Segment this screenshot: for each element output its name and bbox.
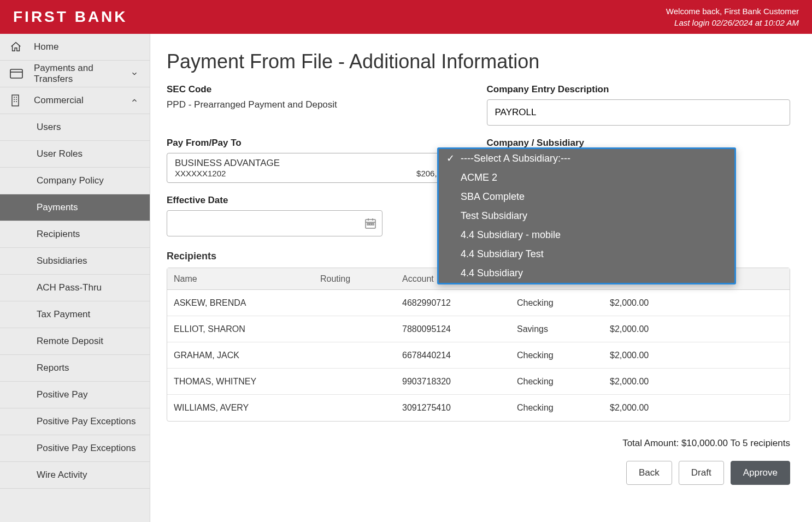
nav-commercial[interactable]: Commercial xyxy=(0,87,150,114)
cell-account: 9903718320 xyxy=(402,377,517,387)
svg-rect-2 xyxy=(12,95,19,106)
subsidiary-option[interactable]: ACME 2 xyxy=(439,168,734,187)
subsidiary-option[interactable]: ----Select A Subsidiary:--- xyxy=(439,149,734,168)
cell-name: WILLIAMS, AVERY xyxy=(167,403,320,413)
last-login-text: Last login 02/26/2024 at 10:02 AM xyxy=(666,17,799,28)
subsidiary-option[interactable]: 4.4 Subsidiary Test xyxy=(439,245,734,264)
table-row: ELLIOT, SHARON7880095124Savings$2,000.00 xyxy=(167,316,790,342)
table-row: THOMAS, WHITNEY9903718320Checking$2,000.… xyxy=(167,369,790,395)
sec-code-value: PPD - Prearranged Payment and Deposit xyxy=(167,99,470,110)
cell-amount: $2,000.00 xyxy=(610,403,670,413)
sidebar-item-payments[interactable]: Payments xyxy=(0,194,150,221)
sidebar-item-positive-pay-exceptions-2[interactable]: Positive Pay Exceptions xyxy=(0,435,150,462)
welcome-block: Welcome back, First Bank Customer Last l… xyxy=(666,5,799,28)
company-entry-desc-input[interactable] xyxy=(487,99,791,126)
sidebar-item-ach-passthru[interactable]: ACH Pass-Thru xyxy=(0,275,150,301)
subsidiary-dropdown[interactable]: ----Select A Subsidiary:---ACME 2SBA Com… xyxy=(437,147,736,284)
subsidiary-option[interactable]: 4.4 Subsidiary xyxy=(439,264,734,283)
nav-home-label: Home xyxy=(26,41,140,52)
svg-rect-13 xyxy=(367,223,369,225)
draft-button[interactable]: Draft xyxy=(679,461,724,485)
sec-code-label: SEC Code xyxy=(167,84,470,95)
sidebar-item-reports[interactable]: Reports xyxy=(0,355,150,382)
table-row: ASKEW, BRENDA4682990712Checking$2,000.00 xyxy=(167,290,790,316)
cell-account: 4682990712 xyxy=(402,298,517,308)
sidebar-item-remote-deposit[interactable]: Remote Deposit xyxy=(0,328,150,355)
total-amount-text: Total Amount: $10,000.00 To 5 recipients xyxy=(167,438,790,449)
pay-from-account-selector[interactable]: BUSINESS ADVANTAGE XXXXXX1202 $206,875.0… xyxy=(167,153,470,183)
cell-name: ELLIOT, SHARON xyxy=(167,324,320,334)
cell-amount: $2,000.00 xyxy=(610,351,670,360)
chevron-down-icon xyxy=(129,70,140,78)
cell-name: GRAHAM, JACK xyxy=(167,351,320,360)
cell-account-type: Checking xyxy=(517,351,610,360)
table-row: GRAHAM, JACK6678440214Checking$2,000.00 xyxy=(167,342,790,369)
account-masked: XXXXXX1202 xyxy=(175,169,226,178)
svg-rect-0 xyxy=(10,69,22,78)
cell-account-type: Checking xyxy=(517,403,610,413)
effective-date-label: Effective Date xyxy=(167,195,470,206)
calendar-icon[interactable] xyxy=(364,217,377,230)
nav-payments-transfers-label: Payments and Transfers xyxy=(26,63,129,85)
cell-account: 7880095124 xyxy=(402,324,517,334)
subsidiary-option[interactable]: Test Subsidiary xyxy=(439,206,734,226)
sidebar-item-positive-pay-exceptions-1[interactable]: Positive Pay Exceptions xyxy=(0,408,150,435)
approve-button[interactable]: Approve xyxy=(731,461,790,485)
card-icon xyxy=(10,69,26,79)
account-name: BUSINESS ADVANTAGE xyxy=(175,158,462,169)
cell-amount: $2,000.00 xyxy=(610,377,670,387)
cell-amount: $2,000.00 xyxy=(610,298,670,308)
recipients-table: Name Routing Account Account Type Amount… xyxy=(167,268,790,422)
subsidiary-option[interactable]: SBA Complete xyxy=(439,187,734,206)
sidebar-item-recipients[interactable]: Recipients xyxy=(0,221,150,248)
welcome-text: Welcome back, First Bank Customer xyxy=(666,5,799,17)
app-header: FIRST BANK Welcome back, First Bank Cust… xyxy=(0,0,812,34)
cell-amount: $2,000.00 xyxy=(610,324,670,334)
table-row: WILLIAMS, AVERY3091275410Checking$2,000.… xyxy=(167,395,790,421)
building-icon xyxy=(10,94,26,106)
cell-account: 3091275410 xyxy=(402,403,517,413)
cell-account-type: Checking xyxy=(517,377,610,387)
nav-commercial-label: Commercial xyxy=(26,95,129,106)
sidebar-item-user-roles[interactable]: User Roles xyxy=(0,141,150,168)
cell-account-type: Savings xyxy=(517,324,610,334)
brand-logo: FIRST BANK xyxy=(13,8,128,26)
col-name: Name xyxy=(167,274,320,284)
col-routing: Routing xyxy=(320,274,402,284)
nav-payments-transfers[interactable]: Payments and Transfers xyxy=(0,61,150,87)
sidebar-item-positive-pay[interactable]: Positive Pay xyxy=(0,382,150,408)
main-content: Payment From File - Additional Informati… xyxy=(150,34,812,522)
home-icon xyxy=(10,41,26,53)
sidebar: Home Payments and Transfers Commercial U… xyxy=(0,34,150,522)
pay-from-to-label: Pay From/Pay To xyxy=(167,138,470,149)
cell-account: 6678440214 xyxy=(402,351,517,360)
cell-name: ASKEW, BRENDA xyxy=(167,298,320,308)
cell-account-type: Checking xyxy=(517,298,610,308)
page-title: Payment From File - Additional Informati… xyxy=(167,50,790,73)
company-entry-desc-label: Company Entry Description xyxy=(487,84,791,95)
sidebar-item-users[interactable]: Users xyxy=(0,114,150,141)
sidebar-item-wire-activity[interactable]: Wire Activity xyxy=(0,462,150,489)
company-subsidiary-label: Company / Subsidiary xyxy=(487,138,791,149)
cell-name: THOMAS, WHITNEY xyxy=(167,377,320,387)
effective-date-input[interactable] xyxy=(167,210,383,236)
sidebar-item-tax-payment[interactable]: Tax Payment xyxy=(0,301,150,328)
sidebar-item-subsidiaries[interactable]: Subsidiaries xyxy=(0,248,150,275)
svg-rect-15 xyxy=(372,223,374,225)
back-button[interactable]: Back xyxy=(626,461,672,485)
sidebar-item-company-policy[interactable]: Company Policy xyxy=(0,168,150,194)
svg-rect-14 xyxy=(370,223,372,225)
nav-home[interactable]: Home xyxy=(0,34,150,61)
subsidiary-option[interactable]: 4.4 Subsidiary - mobile xyxy=(439,226,734,245)
chevron-up-icon xyxy=(129,97,140,104)
